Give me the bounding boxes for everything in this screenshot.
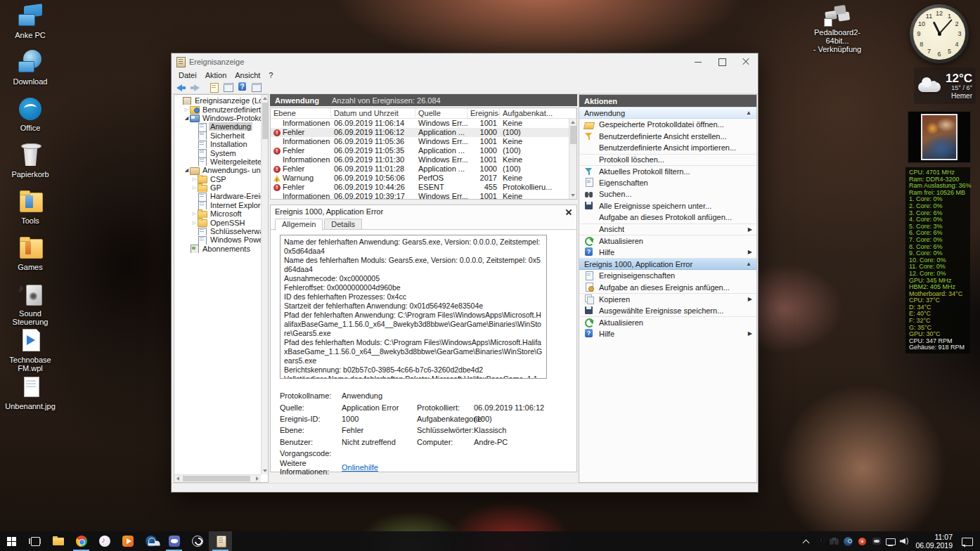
event-row[interactable]: Fehler06.09.2019 10:44:26ESENT455Protoko…: [271, 183, 576, 192]
microphone-icon[interactable]: [814, 533, 826, 549]
collapsed-icon[interactable]: ▷: [191, 220, 198, 226]
collapse-icon[interactable]: ▲: [746, 110, 752, 116]
action-item[interactable]: Protokoll löschen...: [579, 154, 756, 166]
event-description-box[interactable]: Name der fehlerhaften Anwendung: Gears5.…: [280, 235, 547, 379]
scrollbar-thumb[interactable]: [570, 126, 576, 144]
help-icon[interactable]: [236, 82, 248, 93]
desktop-icon-sound-steuerung[interactable]: ♪Sound Steuerung: [3, 281, 58, 328]
tree-item[interactable]: Windows PowerShell: [174, 235, 261, 244]
tree-item[interactable]: System: [174, 148, 261, 157]
tab-allgemein[interactable]: Allgemein: [275, 219, 323, 231]
tree-item[interactable]: ▷GP: [174, 183, 261, 192]
tree-item[interactable]: Internet Explorer: [174, 201, 261, 209]
scroll-right-icon[interactable]: [256, 477, 259, 481]
export-icon[interactable]: [208, 82, 220, 93]
event-viewer-button[interactable]: [209, 531, 232, 551]
action-section-header[interactable]: Ereignis 1000, Application Error▲: [579, 258, 756, 270]
start-button[interactable]: [0, 531, 23, 551]
action-item[interactable]: Ausgewählte Ereignisse speichern...: [579, 305, 756, 317]
tree-item[interactable]: ◢Anwendungs- und Dienstprotokolle: [174, 166, 261, 174]
tree-item[interactable]: Schlüsselverwaltungsdienst: [174, 227, 261, 235]
scrollbar-thumb[interactable]: [183, 476, 250, 481]
tree-horizontal-scrollbar[interactable]: [174, 474, 261, 482]
column-header-4[interactable]: Ereignis-ID: [468, 108, 500, 119]
desktop-icon-games[interactable]: Games: [3, 235, 58, 281]
minimize-button[interactable]: [686, 53, 710, 70]
discord-button[interactable]: [162, 531, 186, 551]
menu-help[interactable]: ?: [264, 71, 277, 79]
tree-item[interactable]: ◢Windows-Protokolle: [174, 114, 261, 122]
notifications-icon[interactable]: [960, 533, 975, 549]
event-row[interactable]: Fehler06.09.2019 11:01:28Application ...…: [271, 164, 576, 174]
action-item[interactable]: Aktuelles Protokoll filtern...: [579, 165, 756, 177]
scroll-left-icon[interactable]: [176, 477, 179, 481]
column-header-3[interactable]: Quelle: [415, 108, 468, 119]
weather-widget[interactable]: 12°C 15° / 6° Hemer: [914, 67, 976, 104]
tree-item[interactable]: Sicherheit: [174, 131, 261, 140]
action-item[interactable]: Hilfe▶: [579, 247, 756, 259]
action-item[interactable]: Benutzerdefinierte Ansicht erstellen...: [579, 131, 756, 143]
itunes-button[interactable]: [93, 531, 116, 551]
tab-details[interactable]: Details: [324, 219, 362, 230]
event-row[interactable]: Fehler06.09.2019 11:05:35Application ...…: [271, 146, 576, 155]
tray-expand-icon[interactable]: [800, 533, 812, 549]
event-row[interactable]: Informationen06.09.2019 11:05:36Windows …: [271, 137, 576, 146]
forward-icon[interactable]: [189, 82, 201, 93]
volume-icon[interactable]: [898, 533, 910, 549]
scroll-up-icon[interactable]: [263, 97, 267, 100]
column-header-1[interactable]: Ebene: [271, 108, 331, 119]
desktop-icon-download[interactable]: Download: [3, 49, 58, 96]
record-icon[interactable]: [856, 533, 868, 549]
tree-item[interactable]: ▷CSP: [174, 175, 261, 183]
action-item[interactable]: Aufgabe an dieses Protokoll anfügen...: [579, 212, 756, 223]
discord-tray-icon[interactable]: [870, 533, 882, 549]
action-item[interactable]: Aufgabe an dieses Ereignis anfügen...: [579, 282, 756, 294]
desktop-icon-technobase-fm[interactable]: Technobase FM.wpl: [3, 328, 58, 374]
action-item[interactable]: Benutzerdefinierte Ansicht importieren..…: [579, 142, 756, 154]
network-icon[interactable]: [884, 533, 896, 549]
collapse-icon[interactable]: ▲: [746, 261, 752, 267]
event-row[interactable]: Informationen06.09.2019 10:39:17Windows …: [271, 192, 576, 200]
action-item[interactable]: Aktualisieren: [579, 316, 756, 328]
task-view-button[interactable]: [23, 531, 46, 551]
tree-item[interactable]: ▷Benutzerdefinierte Ansichten: [174, 105, 261, 113]
scroll-down-icon[interactable]: [263, 469, 267, 472]
headset-app-button[interactable]: [139, 531, 162, 551]
back-icon[interactable]: [175, 82, 187, 93]
desktop-icon-papierkorb[interactable]: Papierkorb: [3, 142, 58, 188]
media-player-button[interactable]: [116, 531, 139, 551]
binoculars-icon[interactable]: [828, 533, 840, 549]
taskbar-clock[interactable]: 11:07 06.09.2019: [911, 533, 958, 550]
tree-item[interactable]: ▷Microsoft: [174, 209, 261, 218]
tree-item[interactable]: Anwendung: [174, 122, 261, 131]
event-row[interactable]: Warnung06.09.2019 10:56:06PerfOS2017Kein…: [271, 174, 576, 183]
action-item[interactable]: Alle Ereignisse speichern unter...: [579, 200, 756, 212]
tree-item[interactable]: Hardware-Ereignisse: [174, 192, 261, 200]
tree-item[interactable]: Abonnements: [174, 245, 261, 253]
tree-item[interactable]: Weitergeleitete Ereignisse: [174, 157, 261, 166]
event-row[interactable]: Fehler06.09.2019 11:06:12Application ...…: [271, 128, 576, 137]
desktop-icon-office[interactable]: Office: [3, 96, 58, 142]
scroll-up-icon[interactable]: [571, 121, 575, 124]
desktop-icon-unbenannt-jpg[interactable]: Unbenannt.jpg: [3, 374, 58, 420]
expanded-icon[interactable]: ◢: [183, 167, 190, 173]
detail-close-icon[interactable]: [564, 207, 574, 216]
steam-icon[interactable]: [842, 533, 854, 549]
action-item[interactable]: Ereigniseigenschaften: [579, 270, 756, 282]
desktop-icon-tools[interactable]: Tools: [3, 188, 58, 235]
scroll-down-icon[interactable]: [571, 194, 575, 197]
action-item[interactable]: Suchen...: [579, 188, 756, 200]
chrome-button[interactable]: [70, 531, 93, 551]
tree-vertical-scrollbar[interactable]: [261, 95, 268, 474]
collapsed-icon[interactable]: ▷: [191, 176, 198, 182]
desktop-icon-pedalboard[interactable]: Pedalboard2-64bit... - Verknüpfung: [803, 6, 872, 53]
column-header-5[interactable]: Aufgabenkat...: [500, 108, 576, 119]
maximize-button[interactable]: [710, 53, 734, 70]
menu-aktion[interactable]: Aktion: [201, 71, 231, 79]
menu-ansicht[interactable]: Ansicht: [231, 71, 264, 79]
action-item[interactable]: Hilfe▶: [579, 328, 756, 340]
collapsed-icon[interactable]: ▷: [191, 185, 198, 190]
online-help-link[interactable]: Onlinehilfe: [342, 463, 417, 472]
collapsed-icon[interactable]: ▷: [183, 107, 190, 112]
tree-item[interactable]: Ereignisanzeige (Lokal): [174, 96, 261, 105]
